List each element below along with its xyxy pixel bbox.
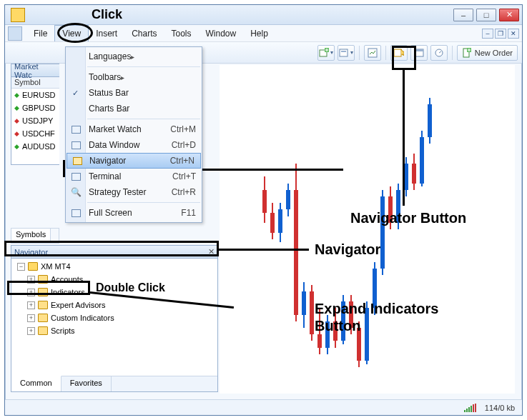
chart-area[interactable] [220, 65, 515, 394]
annotation-oval-view [57, 23, 93, 43]
tree-root-label: XM MT4 [41, 262, 71, 271]
menu-charts-bar[interactable]: Charts Bar [66, 101, 202, 116]
menu-navigator-label: Navigator [89, 156, 126, 166]
navigator-toolbar-button[interactable] [390, 45, 408, 61]
tree-root[interactable]: − XM MT4 [14, 260, 215, 273]
navigator-icon [72, 155, 83, 166]
annotation-double-click: Double Click [96, 281, 165, 294]
toolbar-separator [385, 46, 386, 60]
shortcut-label: Ctrl+R [172, 187, 196, 197]
market-watch-icon [70, 124, 82, 135]
folder-icon [38, 288, 48, 296]
expand-icon[interactable]: + [27, 327, 35, 335]
symbol-label: USDCHF [22, 129, 55, 138]
tab-common[interactable]: Common [11, 376, 61, 391]
tree-item-expert-advisors[interactable]: +Expert Advisors [14, 299, 215, 311]
mdi-controls: – ❐ ✕ [482, 25, 522, 41]
new-chart-button[interactable] [317, 45, 335, 61]
expand-icon[interactable]: + [27, 289, 35, 296]
tree-item-custom-indicators[interactable]: +Custom Indicators [14, 311, 215, 324]
connection-status: 114/0 kb [485, 404, 515, 412]
shortcut-label: Ctrl+N [170, 156, 194, 166]
navigator-panel: Navigator ✕ − XM MT4 +Accounts+Indicator… [11, 245, 218, 392]
tree-item-label: Custom Indicators [51, 314, 114, 322]
menu-charts[interactable]: Charts [124, 25, 164, 41]
shortcut-label: F11 [181, 208, 196, 218]
folder-icon [38, 301, 48, 309]
annotation-navigator: Navigator [315, 241, 380, 258]
menu-window[interactable]: Window [199, 25, 244, 41]
menu-data-window[interactable]: Data WindowCtrl+D [66, 137, 202, 153]
menu-tools[interactable]: Tools [164, 25, 199, 41]
market-watch-icon [368, 48, 378, 58]
plus-chart-icon [319, 48, 329, 58]
minimize-button[interactable]: – [453, 9, 473, 21]
symbol-label: EURUSD [22, 91, 55, 99]
menu-navigator[interactable]: NavigatorCtrl+N [67, 153, 201, 169]
app-icon [11, 8, 25, 22]
svg-rect-7 [415, 49, 423, 51]
symbol-label: AUDUSD [22, 142, 55, 151]
tree-item-scripts[interactable]: +Scripts [14, 324, 215, 337]
new-order-button[interactable]: New Order [457, 45, 518, 61]
navigator-header[interactable]: Navigator ✕ [11, 246, 217, 259]
expand-icon[interactable]: + [27, 314, 35, 322]
navigator-close-icon[interactable]: ✕ [208, 247, 215, 256]
tab-favorites[interactable]: Favorites [61, 376, 112, 391]
market-watch-row[interactable]: EURUSD [11, 89, 59, 101]
close-button[interactable]: ✕ [499, 9, 519, 21]
mdi-restore[interactable]: ❐ [495, 29, 506, 39]
menu-insert[interactable]: Insert [89, 25, 124, 41]
submenu-arrow-icon [131, 51, 134, 61]
menu-separator [87, 66, 200, 67]
profiles-button[interactable] [338, 45, 355, 61]
market-watch-row[interactable]: USDCHF [11, 127, 59, 140]
navigator-star-icon [394, 48, 404, 58]
market-watch-row[interactable]: USDJPY [11, 114, 59, 127]
market-watch-row[interactable]: AUDUSD [11, 140, 59, 153]
expand-icon[interactable]: + [27, 301, 35, 309]
mdi-close[interactable]: ✕ [508, 29, 519, 39]
annotation-arrow-1 [200, 169, 343, 171]
annotation-click1: Click [92, 7, 122, 22]
annotation-arrow-3 [219, 249, 309, 251]
profile-icon [339, 48, 349, 58]
menu-file[interactable]: File [26, 25, 54, 41]
market-watch-panel: Market Watc Symbol EURUSDGBPUSDUSDJPYUSD… [11, 64, 59, 165]
menu-strategy-tester[interactable]: 🔍Strategy TesterCtrl+R [66, 184, 202, 200]
system-menu-icon[interactable] [8, 26, 22, 41]
menu-languages[interactable]: Languages [66, 49, 202, 64]
menu-charts-bar-label: Charts Bar [89, 104, 129, 114]
menu-full-screen-label: Full Screen [89, 208, 132, 218]
annotation-expand-indicators: Expand Indicators Button [315, 300, 438, 334]
market-watch-row[interactable]: GBPUSD [11, 101, 59, 114]
navigator-tabs: Common Favorites [11, 376, 217, 391]
fullscreen-icon [70, 207, 82, 219]
market-watch-header[interactable]: Market Watc [11, 64, 59, 77]
tab-symbols[interactable]: Symbols [11, 229, 51, 243]
market-watch-button[interactable] [364, 45, 381, 61]
market-watch-title: Market Watc [14, 62, 56, 79]
maximize-button[interactable]: □ [476, 9, 496, 21]
collapse-icon[interactable]: − [17, 263, 25, 271]
menu-toolbars[interactable]: Toolbars [66, 69, 202, 85]
expand-icon[interactable]: + [27, 276, 35, 284]
menu-full-screen[interactable]: Full ScreenF11 [66, 205, 202, 221]
menu-terminal[interactable]: TerminalCtrl+T [66, 169, 202, 184]
menu-help[interactable]: Help [243, 25, 275, 41]
annotation-arrow-2 [403, 70, 405, 206]
menu-terminal-label: Terminal [89, 171, 121, 181]
terminal-icon [70, 171, 82, 182]
svg-rect-5 [394, 49, 401, 56]
mdi-minimize[interactable]: – [482, 29, 493, 39]
navigator-tree: − XM MT4 +Accounts+Indicators+Expert Adv… [11, 259, 217, 340]
terminal-icon [414, 48, 424, 58]
statusbar: 114/0 kb [5, 399, 522, 415]
svg-rect-2 [340, 49, 348, 56]
menu-market-watch-label: Market Watch [89, 124, 142, 134]
terminal-button[interactable] [410, 45, 428, 61]
menu-market-watch[interactable]: Market WatchCtrl+M [66, 121, 202, 137]
strategy-tester-button[interactable] [430, 45, 448, 61]
menu-strategy-tester-label: Strategy Tester [89, 187, 146, 197]
menu-status-bar[interactable]: Status Bar [66, 85, 202, 101]
